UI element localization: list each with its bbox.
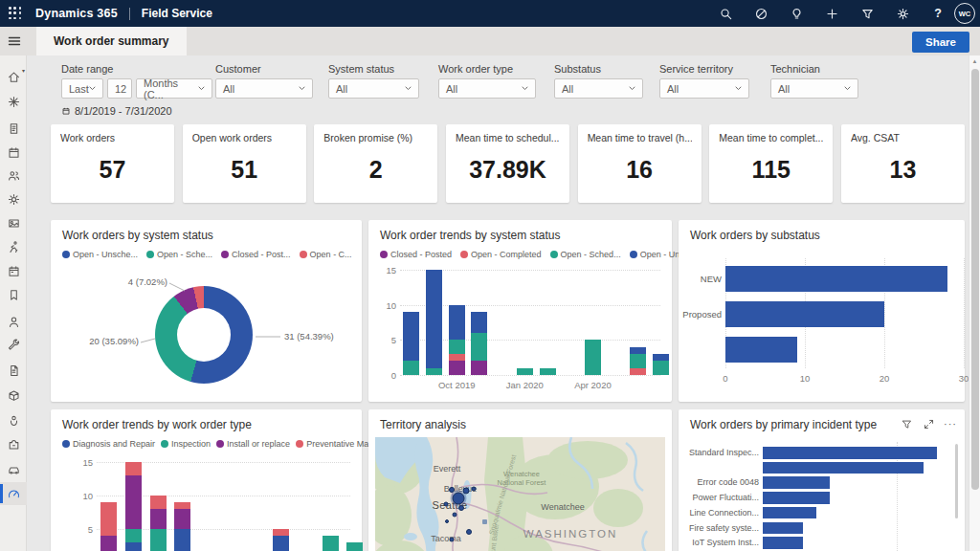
legend-item-preventative-mai[interactable]: Preventative Mai... [296, 439, 378, 449]
date-range-amount-input[interactable]: 12 [107, 78, 132, 99]
dynamics-365-brand[interactable]: Dynamics 365 [35, 7, 118, 20]
column-Aug 2019[interactable] [403, 312, 419, 375]
filter-icon[interactable] [859, 6, 875, 21]
segment-inspection[interactable] [125, 529, 142, 542]
bar-iot-system-inst[interactable] [763, 537, 803, 549]
scrollbar-thumb[interactable] [971, 69, 979, 490]
expand-icon[interactable] [922, 417, 935, 430]
legend-item-closed-posted[interactable]: Closed - Posted [380, 250, 452, 259]
filter-dropdown-technician[interactable]: All [770, 78, 858, 99]
help-icon[interactable]: ? [930, 6, 946, 21]
bar-error-code-0048[interactable] [763, 476, 830, 489]
segment-preventative-mai[interactable] [150, 496, 167, 509]
date-range-preset-dropdown[interactable]: Last [61, 78, 103, 99]
filter-dropdown-system-status[interactable]: All [328, 78, 419, 99]
map-data-point[interactable] [453, 513, 457, 518]
segment-install-or-replace[interactable] [150, 509, 167, 529]
map-data-point[interactable] [458, 505, 464, 511]
scrollbar-up-arrow-icon[interactable]: ▲ [972, 58, 978, 64]
column-slot-3[interactable] [174, 502, 190, 551]
circle-slash-icon[interactable] [753, 6, 768, 21]
map-data-point[interactable] [444, 502, 449, 507]
segment-closed-posted[interactable] [471, 361, 487, 375]
segment-diagnosis-and-repair[interactable] [174, 529, 190, 551]
legend-item-open-sched[interactable]: Open - Sched... [550, 250, 621, 259]
filter-dropdown-substatus[interactable]: All [554, 78, 643, 99]
more-icon[interactable]: ··· [944, 417, 957, 430]
segment-open-unsc[interactable] [449, 305, 465, 341]
legend-item-closed-post[interactable]: Closed - Post... [221, 250, 291, 259]
legend-item-open-c[interactable]: Open - C... [300, 250, 352, 259]
sidebar-item-car[interactable] [0, 457, 27, 480]
column-slot-2[interactable] [150, 496, 167, 551]
visual-scrollbar[interactable] [955, 444, 958, 518]
sidebar-item-people[interactable] [0, 164, 27, 187]
map-data-point[interactable] [445, 519, 449, 523]
column-Apr 2020[interactable] [585, 340, 601, 375]
map-data-point[interactable] [449, 487, 455, 493]
segment-diagnosis-and-repair[interactable] [273, 536, 289, 551]
bar-power-fluctuati[interactable] [763, 492, 830, 504]
segment-open-completed[interactable] [449, 354, 465, 361]
segment-preventative-mai[interactable] [100, 502, 117, 536]
bar-unlabeled[interactable] [763, 462, 924, 474]
filter-dropdown-work-order-type[interactable]: All [438, 78, 536, 99]
segment-open-unsc[interactable] [630, 347, 646, 354]
add-icon[interactable] [824, 6, 839, 21]
segment-install-or-replace[interactable] [125, 475, 142, 529]
segment-preventative-mai[interactable] [174, 502, 190, 509]
date-range-granularity-dropdown[interactable]: Months (C... [136, 78, 212, 99]
legend-item-open-unsche[interactable]: Open - Unsche... [62, 250, 138, 259]
lightbulb-icon[interactable] [789, 6, 804, 21]
segment-inspection[interactable] [150, 529, 167, 551]
sidebar-item-run[interactable] [0, 235, 27, 258]
sidebar-item-calendar[interactable] [0, 141, 27, 164]
bar-new[interactable] [725, 266, 947, 292]
segment-diagnosis-and-repair[interactable] [125, 542, 142, 551]
filter-dropdown-customer[interactable]: All [215, 78, 313, 99]
search-icon[interactable] [718, 6, 733, 21]
map-data-point[interactable] [472, 487, 477, 492]
column-slot-1[interactable] [125, 462, 142, 551]
sidebar-item-person[interactable] [0, 310, 27, 333]
sidebar-item-person-pin[interactable] [0, 408, 27, 431]
legend-item-open-sche[interactable]: Open - Sche... [146, 250, 212, 259]
hamburger-menu-icon[interactable] [7, 33, 22, 49]
segment-open-completed[interactable] [630, 368, 646, 375]
segment-install-or-replace[interactable] [174, 509, 190, 529]
column-Oct 2019[interactable] [449, 305, 465, 375]
filter-dropdown-service-territory[interactable]: All [659, 78, 749, 99]
bar-proposed[interactable] [725, 301, 884, 327]
sidebar-item-cog[interactable] [0, 187, 27, 210]
bar-fire-safety-syste[interactable] [763, 522, 803, 535]
segment-open-unsc[interactable] [471, 312, 487, 333]
segment-open-sched[interactable] [449, 340, 465, 354]
segment-open-sched[interactable] [585, 340, 601, 375]
vertical-scrollbar[interactable]: ▲ [969, 55, 980, 551]
app-name[interactable]: Field Service [142, 7, 212, 20]
column-slot-10[interactable] [346, 542, 363, 551]
share-button[interactable]: Share [912, 32, 969, 53]
bar-line-connection[interactable] [763, 507, 816, 519]
segment-open-sched[interactable] [653, 361, 669, 375]
map-data-point[interactable] [466, 529, 472, 535]
column-slot-0[interactable] [100, 502, 117, 551]
segment-open-sched[interactable] [403, 361, 419, 375]
column-Nov 2019[interactable] [471, 312, 487, 375]
segment-open-unsc[interactable] [426, 270, 442, 368]
app-launcher-waffle-icon[interactable] [9, 7, 22, 20]
column-Jun 2020[interactable] [630, 347, 646, 375]
user-avatar[interactable]: WC [954, 3, 975, 24]
column-Feb 2020[interactable] [540, 368, 556, 375]
settings-icon[interactable] [895, 6, 910, 21]
segment-open-sched[interactable] [517, 368, 533, 375]
segment-open-unsc[interactable] [403, 312, 419, 361]
legend-item-inspection[interactable]: Inspection [161, 439, 211, 449]
home-caret-icon[interactable]: ▾ [22, 67, 25, 74]
map-data-point[interactable] [463, 488, 470, 495]
sidebar-item-puzzle[interactable] [0, 432, 27, 455]
segment-open-sched[interactable] [471, 333, 487, 361]
column-Sep 2019[interactable] [426, 270, 442, 375]
tab-work-order-summary[interactable]: Work order summary [36, 27, 187, 55]
segment-open-unsc[interactable] [653, 354, 669, 361]
